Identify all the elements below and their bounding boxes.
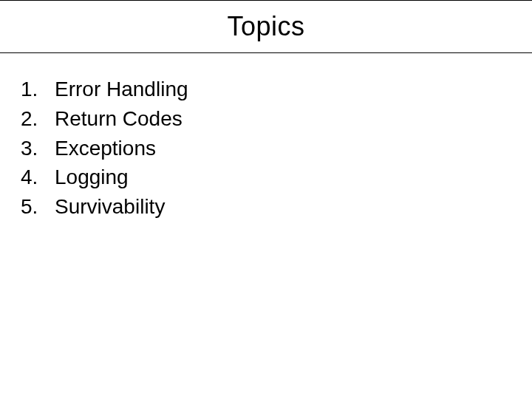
topic-list: 1. Error Handling 2. Return Codes 3. Exc…	[21, 75, 532, 221]
list-item: 5. Survivability	[21, 193, 532, 221]
list-text: Survivability	[49, 193, 165, 221]
list-text: Error Handling	[49, 75, 188, 103]
list-text: Logging	[49, 163, 129, 191]
slide-content: 1. Error Handling 2. Return Codes 3. Exc…	[0, 53, 532, 221]
list-text: Return Codes	[49, 105, 183, 133]
slide: Topics 1. Error Handling 2. Return Codes…	[0, 0, 532, 399]
list-item: 4. Logging	[21, 163, 532, 191]
list-item: 3. Exceptions	[21, 134, 532, 163]
list-item: 1. Error Handling	[21, 75, 532, 103]
list-number: 5.	[21, 193, 49, 221]
list-number: 2.	[21, 105, 49, 133]
title-bar: Topics	[0, 0, 532, 53]
list-item: 2. Return Codes	[21, 105, 532, 133]
list-text: Exceptions	[49, 134, 156, 163]
list-number: 3.	[21, 134, 49, 163]
list-number: 1.	[21, 75, 49, 103]
slide-title: Topics	[0, 11, 532, 42]
list-number: 4.	[21, 163, 49, 191]
